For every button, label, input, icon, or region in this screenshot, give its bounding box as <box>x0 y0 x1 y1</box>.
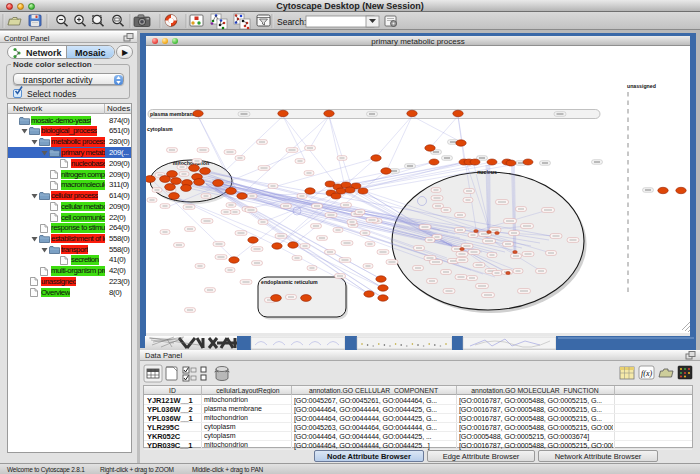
svg-text:endoplasmic reticulum: endoplasmic reticulum <box>261 279 318 285</box>
svg-text:mitochondrion: mitochondrion <box>173 160 209 166</box>
svg-text:plasma membrane: plasma membrane <box>150 111 196 117</box>
svg-text:unassigned: unassigned <box>627 83 656 89</box>
svg-text:f(x): f(x) <box>641 369 652 378</box>
svg-text:cytoplasm: cytoplasm <box>147 126 173 132</box>
svg-text:Search:: Search: <box>277 17 306 27</box>
